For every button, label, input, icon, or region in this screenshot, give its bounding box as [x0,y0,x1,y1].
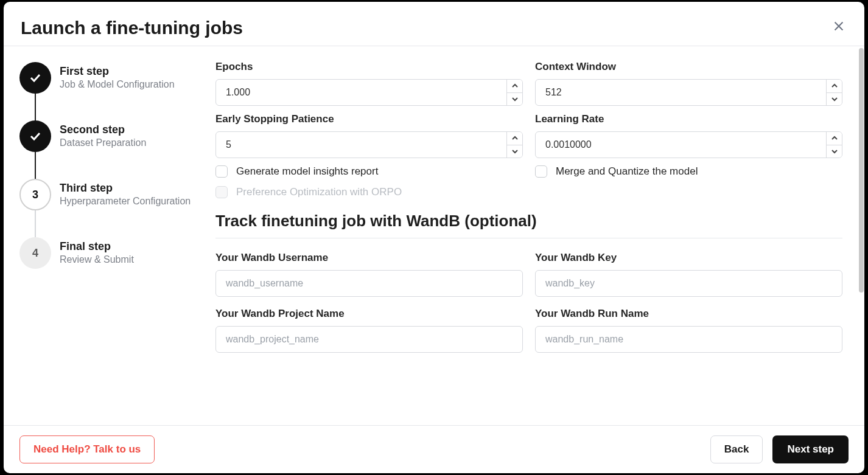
step-1-badge [19,62,51,94]
close-icon [832,19,845,33]
merge-quantize-label: Merge and Quantize the model [556,165,698,178]
step-2-title: Second step [60,123,146,136]
launch-finetune-modal: Launch a fine-tuning jobs First step Job… [4,2,864,473]
wandb-key-field: Your Wandb Key [535,252,842,297]
context-window-step-down[interactable] [827,93,842,106]
merge-quantize-checkbox[interactable] [535,165,547,178]
wandb-username-field: Your Wandb Username [215,252,523,297]
next-step-button[interactable]: Next step [772,435,849,463]
learning-rate-field: Learning Rate [535,113,842,158]
scrollbar-thumb[interactable] [859,48,864,293]
wandb-run-field: Your Wandb Run Name [535,308,842,353]
step-1: First step Job & Model Configuration [19,62,198,94]
chevron-up-icon [512,83,518,89]
stepper: First step Job & Model Configuration Sec… [4,46,211,425]
epochs-field: Epochs [215,61,523,106]
wandb-project-input[interactable] [215,326,523,353]
wandb-project-label: Your Wandb Project Name [215,308,523,320]
step-4-badge: 4 [19,237,51,269]
early-stopping-field: Early Stopping Patience [215,113,523,158]
step-3: 3 Third step Hyperparameter Configuratio… [19,179,198,210]
early-stopping-label: Early Stopping Patience [215,113,523,125]
early-stopping-step-down[interactable] [507,145,522,158]
learning-rate-step-up[interactable] [827,132,842,145]
step-2: Second step Dataset Preparation [19,120,198,152]
orpo-checkbox-row: Preference Optimization with ORPO [215,186,842,198]
close-button[interactable] [830,18,847,35]
chevron-up-icon [831,83,838,89]
wandb-username-input[interactable] [215,270,523,297]
epochs-label: Epochs [215,61,523,73]
epochs-input[interactable] [216,80,506,105]
generate-insights-checkbox[interactable] [215,165,228,178]
modal-header: Launch a fine-tuning jobs [4,2,864,46]
step-1-title: First step [60,65,175,78]
learning-rate-input[interactable] [536,132,826,158]
wandb-run-input[interactable] [535,326,842,353]
chevron-up-icon [831,135,838,141]
back-button[interactable]: Back [710,435,763,463]
orpo-label: Preference Optimization with ORPO [236,186,402,198]
wandb-key-input[interactable] [535,270,842,297]
scrollbar-track[interactable] [856,46,864,425]
orpo-checkbox [215,186,228,198]
hyperparameter-form: Epochs Context Window [211,46,864,425]
chevron-down-icon [831,148,838,154]
chevron-down-icon [512,96,518,102]
step-4-sub: Review & Submit [60,254,134,265]
wandb-key-label: Your Wandb Key [535,252,842,264]
step-connector [35,94,36,120]
need-help-button[interactable]: Need Help? Talk to us [19,435,155,463]
generate-insights-checkbox-row: Generate model insights report [215,165,523,178]
early-stopping-step-up[interactable] [507,132,522,145]
section-divider [215,238,842,238]
check-icon [28,129,43,144]
modal-footer: Need Help? Talk to us Back Next step [4,425,864,473]
learning-rate-label: Learning Rate [535,113,842,125]
step-3-title: Third step [60,182,191,195]
modal-title: Launch a fine-tuning jobs [21,18,243,38]
step-4-title: Final step [60,240,134,253]
wandb-project-field: Your Wandb Project Name [215,308,523,353]
context-window-step-up[interactable] [827,80,842,93]
modal-body: First step Job & Model Configuration Sec… [4,46,864,425]
step-3-sub: Hyperparameter Configuration [60,196,191,207]
generate-insights-label: Generate model insights report [236,165,378,178]
wandb-run-label: Your Wandb Run Name [535,308,842,320]
early-stopping-input[interactable] [216,132,506,158]
context-window-field: Context Window [535,61,842,106]
chevron-up-icon [512,135,518,141]
step-2-sub: Dataset Preparation [60,137,146,148]
step-connector [35,210,36,237]
step-4: 4 Final step Review & Submit [19,237,198,269]
chevron-down-icon [831,96,838,102]
context-window-input[interactable] [536,80,826,105]
step-1-sub: Job & Model Configuration [60,79,175,90]
chevron-down-icon [512,148,518,154]
merge-quantize-checkbox-row: Merge and Quantize the model [535,165,842,178]
step-connector [35,152,36,179]
context-window-label: Context Window [535,61,842,73]
epochs-step-up[interactable] [507,80,522,93]
learning-rate-step-down[interactable] [827,145,842,158]
step-3-badge: 3 [19,179,51,210]
step-2-badge [19,120,51,152]
epochs-step-down[interactable] [507,93,522,106]
wandb-section-heading: Track finetuning job with WandB (optiona… [215,212,842,231]
wandb-username-label: Your Wandb Username [215,252,523,264]
check-icon [28,71,43,85]
